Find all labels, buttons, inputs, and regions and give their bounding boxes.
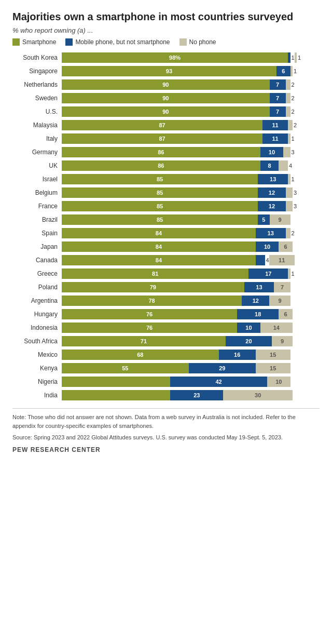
nophone-swatch	[179, 38, 187, 46]
smartphone-bar: 81	[62, 269, 248, 279]
country-label: Singapore	[12, 68, 62, 75]
chart-area: South Korea98%11Singapore9361Netherlands…	[12, 52, 320, 401]
bars-container: 79137	[62, 282, 320, 292]
nophone-outside-label: 1	[298, 55, 301, 61]
nophone-bar	[279, 160, 288, 171]
nophone-bar: 30	[223, 390, 293, 400]
table-row: India2330	[12, 390, 320, 401]
country-label: Argentina	[12, 297, 62, 304]
nophone-outside-label: 3	[294, 203, 297, 209]
nophone-outside-label: 1	[292, 176, 295, 182]
country-label: Mexico	[12, 351, 62, 358]
table-row: Hungary76186	[12, 308, 320, 320]
country-label: Nigeria	[12, 378, 62, 385]
smartphone-bar: 85	[62, 187, 258, 198]
nophone-outside-label: 2	[292, 109, 295, 115]
nophone-outside-label: 1	[292, 136, 295, 142]
mobile-bar: 11	[262, 120, 288, 130]
smartphone-bar: 76	[62, 309, 237, 319]
organization-label: Pew Research Center	[12, 446, 320, 453]
table-row: South Africa71209	[12, 336, 320, 347]
country-label: Netherlands	[12, 81, 62, 88]
nophone-bar: 6	[279, 309, 293, 319]
nophone-bar	[288, 120, 293, 130]
bars-container: 8684	[62, 160, 320, 171]
table-row: Canada84411	[12, 254, 320, 266]
nophone-outside-label: 4	[289, 163, 292, 169]
nophone-bar: 10	[267, 377, 290, 387]
nophone-bar: 15	[256, 363, 290, 373]
bars-container: 4210	[62, 377, 320, 387]
smartphone-bar: 86	[62, 147, 260, 157]
bars-container: 2330	[62, 390, 320, 400]
country-label: South Korea	[12, 54, 62, 61]
nophone-outside-label: 2	[292, 230, 295, 236]
mobile-bar: 10	[256, 242, 279, 252]
country-label: Malaysia	[12, 122, 62, 129]
mobile-bar: 29	[189, 363, 256, 373]
table-row: Mexico681615	[12, 349, 320, 360]
mobile-bar: 12	[258, 187, 285, 198]
mobile-bar: 10	[237, 323, 260, 333]
mobile-bar: 20	[226, 336, 272, 346]
nophone-bar	[286, 187, 293, 198]
table-row: Belgium85123	[12, 187, 320, 198]
bars-container: 9072	[62, 93, 320, 103]
table-row: Greece81171	[12, 268, 320, 279]
smartphone-bar: 90	[62, 106, 270, 117]
bars-container: 8559	[62, 214, 320, 225]
nophone-outside-label: 3	[294, 190, 297, 196]
chart-note: Note: Those who did not answer are not s…	[12, 408, 320, 430]
mobile-bar: 7	[270, 106, 286, 117]
table-row: Indonesia761014	[12, 322, 320, 333]
smartphone-bar: 85	[62, 214, 258, 225]
country-label: Sweden	[12, 95, 62, 102]
smartphone-bar: 86	[62, 160, 260, 171]
bars-container: 76186	[62, 309, 320, 319]
table-row: U.S.9072	[12, 106, 320, 117]
legend: Smartphone Mobile phone, but not smartph…	[12, 38, 320, 46]
smartphone-bar: 98%	[62, 52, 288, 63]
table-row: Netherlands9072	[12, 79, 320, 90]
mobile-bar: 11	[262, 133, 288, 144]
country-label: India	[12, 392, 62, 399]
legend-nophone: No phone	[179, 38, 216, 46]
mobile-bar: 42	[170, 377, 267, 387]
chart-source: Source: Spring 2023 and 2022 Global Atti…	[12, 433, 320, 442]
smartphone-bar: 68	[62, 350, 219, 360]
legend-smartphone-label: Smartphone	[22, 38, 56, 46]
smartphone-bar: 78	[62, 296, 242, 306]
nophone-bar	[288, 174, 290, 184]
smartphone-bar	[62, 390, 170, 400]
mobile-bar: 13	[258, 174, 288, 184]
smartphone-bar: 76	[62, 323, 237, 333]
nophone-bar: 9	[272, 336, 293, 346]
mobile-swatch	[65, 38, 73, 46]
bars-container: 81171	[62, 269, 320, 279]
table-row: Argentina78129	[12, 295, 320, 306]
country-label: France	[12, 203, 62, 210]
bars-container: 9072	[62, 79, 320, 90]
country-label: U.S.	[12, 108, 62, 115]
bars-container: 78129	[62, 296, 320, 306]
smartphone-bar: 79	[62, 282, 244, 292]
nophone-bar	[286, 106, 290, 117]
legend-smartphone: Smartphone	[12, 38, 56, 46]
nophone-bar	[283, 147, 290, 157]
legend-nophone-label: No phone	[189, 38, 216, 46]
nophone-bar	[286, 228, 290, 238]
table-row: Israel85131	[12, 173, 320, 185]
mobile-bar	[256, 255, 265, 265]
country-label: Israel	[12, 176, 62, 183]
nophone-outside-label: 1	[294, 68, 297, 74]
country-label: Belgium	[12, 189, 62, 196]
mobile-bar: 7	[270, 93, 286, 103]
bars-container: 98%11	[62, 52, 320, 63]
country-label: UK	[12, 162, 62, 169]
country-label: Japan	[12, 243, 62, 250]
country-label: Poland	[12, 284, 62, 291]
table-row: Malaysia87112	[12, 119, 320, 131]
bars-container: 86103	[62, 147, 320, 157]
smartphone-bar: 71	[62, 336, 226, 346]
nophone-bar	[288, 133, 290, 144]
